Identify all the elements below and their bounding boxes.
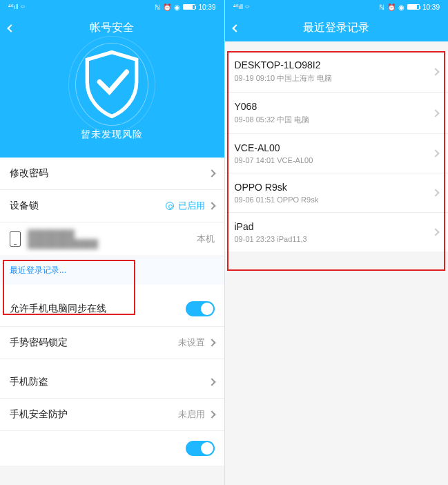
- page-title: 最近登录记录: [303, 21, 369, 35]
- back-button[interactable]: [233, 21, 239, 34]
- status-bar: ⁴⁶ıll ⌔ ℕ ⏰ ◉ 10:39: [0, 0, 224, 14]
- phone-left: ⁴⁶ıll ⌔ ℕ ⏰ ◉ 10:39 帐号安全 暂未发现风险 修改密码 设备锁: [0, 0, 224, 485]
- login-meta: 09-01 23:23 iPad11,3: [235, 235, 307, 243]
- sync-toggle[interactable]: [186, 301, 215, 316]
- row-label: 设备锁: [10, 200, 166, 212]
- nfc-icon: ℕ: [379, 3, 384, 11]
- row-change-password[interactable]: 修改密码: [0, 158, 224, 190]
- login-row[interactable]: Y06809-08 05:32 中国 电脑: [225, 93, 449, 134]
- back-button[interactable]: [8, 21, 14, 34]
- row-phone-security[interactable]: 手机安全防护 未启用: [0, 399, 224, 431]
- alarm-icon: ⏰: [387, 3, 396, 11]
- chevron-right-icon: [431, 109, 439, 117]
- row-label: 允许手机电脑同步在线: [10, 303, 186, 315]
- chevron-right-icon: [208, 378, 215, 386]
- chevron-right-icon: [431, 228, 439, 236]
- chevron-right-icon: [208, 169, 215, 177]
- eye-icon: ◉: [174, 3, 180, 11]
- chevron-right-icon: [208, 339, 215, 346]
- hero-panel: 暂未发现风险: [0, 41, 224, 158]
- status-time: 10:39: [422, 3, 440, 11]
- wifi-icon: ⌔: [21, 3, 25, 11]
- row-label: 手势密码锁定: [10, 336, 178, 349]
- row-device-lock[interactable]: 设备锁 已启用: [0, 190, 224, 222]
- battery-icon: [183, 4, 195, 10]
- row-unknown-toggle: [0, 431, 224, 466]
- shield-icon: [82, 50, 142, 119]
- row-recent-login-link[interactable]: 最近登录记录...: [0, 256, 224, 285]
- chevron-left-icon: [232, 24, 240, 32]
- toggle-partial[interactable]: [186, 441, 215, 456]
- login-name: VCE-AL00: [235, 142, 313, 153]
- topbar: 最近登录记录: [225, 14, 449, 41]
- alarm-icon: ⏰: [163, 3, 171, 11]
- login-row[interactable]: DESKTOP-1LO98I209-19 09:10 中国上海市 电脑: [225, 51, 449, 93]
- login-name: Y068: [235, 101, 310, 112]
- wifi-icon: ⌔: [245, 3, 249, 11]
- recent-login-link[interactable]: 最近登录记录...: [10, 265, 66, 275]
- row-status: 已启用: [178, 200, 205, 212]
- nfc-icon: ℕ: [155, 3, 160, 11]
- login-meta: 09-08 05:32 中国 电脑: [235, 115, 310, 125]
- login-name: iPad: [235, 221, 307, 232]
- chevron-right-icon: [431, 68, 439, 75]
- row-phone-antitheft[interactable]: 手机防盗: [0, 366, 224, 399]
- phone-right: ⁴⁶ıll ⌔ ℕ ⏰ ◉ 10:39 最近登录记录 DESKTOP-1LO98…: [224, 0, 449, 485]
- device-name-blurred: ████████████████████: [28, 229, 98, 249]
- row-label: 手机安全防护: [10, 408, 178, 421]
- login-name: OPPO R9sk: [235, 182, 319, 193]
- login-row[interactable]: iPad09-01 23:23 iPad11,3: [225, 213, 449, 251]
- login-meta: 09-19 09:10 中国上海市 电脑: [235, 73, 333, 84]
- row-this-device[interactable]: ████████████████████ 本机: [0, 222, 224, 256]
- login-meta: 09-07 14:01 VCE-AL00: [235, 156, 313, 164]
- login-row[interactable]: OPPO R9sk09-06 01:51 OPPO R9sk: [225, 173, 449, 213]
- chevron-right-icon: [208, 202, 215, 209]
- eye-icon: ◉: [398, 3, 405, 11]
- row-status: 未设置: [178, 336, 205, 349]
- login-name: DESKTOP-1LO98I2: [235, 59, 333, 70]
- page-title: 帐号安全: [90, 21, 134, 35]
- login-meta: 09-06 01:51 OPPO R9sk: [235, 196, 319, 204]
- signal-icon: ⁴⁶ıll: [233, 3, 244, 10]
- signal-icon: ⁴⁶ıll: [8, 3, 19, 10]
- status-bar: ⁴⁶ıll ⌔ ℕ ⏰ ◉ 10:39: [225, 0, 449, 14]
- battery-icon: [407, 4, 420, 10]
- chevron-right-icon: [431, 189, 439, 196]
- row-label: 修改密码: [10, 167, 209, 180]
- row-gesture-lock[interactable]: 手势密码锁定 未设置: [0, 327, 224, 359]
- this-device-label: 本机: [197, 233, 215, 245]
- chevron-right-icon: [208, 410, 215, 418]
- row-status: 未启用: [178, 408, 205, 421]
- phone-device-icon: [10, 231, 21, 247]
- row-sync-online: 允许手机电脑同步在线: [0, 292, 224, 327]
- chevron-left-icon: [7, 24, 14, 32]
- row-label: 手机防盗: [10, 376, 209, 388]
- lock-icon: [166, 202, 174, 210]
- status-time: 10:39: [198, 3, 215, 11]
- login-row[interactable]: VCE-AL0009-07 14:01 VCE-AL00: [225, 134, 449, 173]
- login-list: DESKTOP-1LO98I209-19 09:10 中国上海市 电脑 Y068…: [225, 51, 449, 251]
- chevron-right-icon: [431, 149, 439, 157]
